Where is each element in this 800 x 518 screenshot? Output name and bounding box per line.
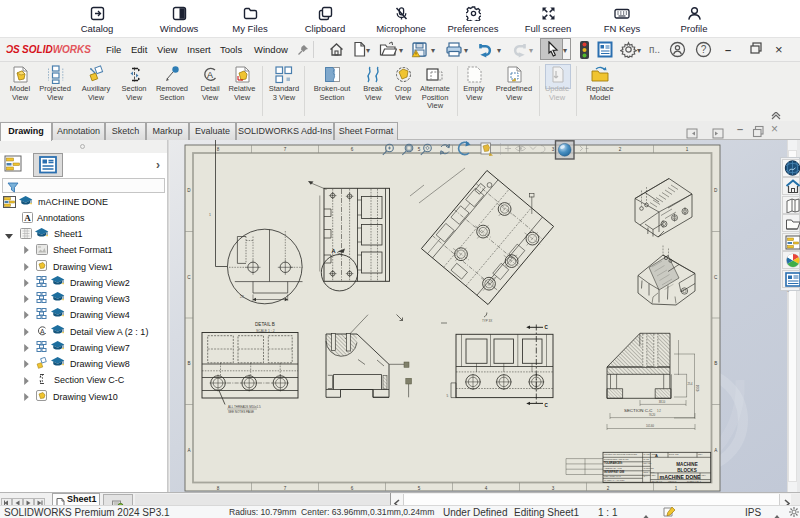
svg-text:8: 8	[217, 486, 220, 491]
svg-text:DATE: DATE	[644, 458, 650, 460]
svg-text:TYP 3X: TYP 3X	[482, 319, 492, 323]
svg-text:DRAWN: DRAWN	[644, 462, 652, 464]
svg-text:6: 6	[351, 486, 354, 491]
svg-text:DWG. NO.: DWG. NO.	[669, 453, 679, 455]
svg-text:38.10: 38.10	[659, 400, 666, 404]
svg-text:WEIGHT:: WEIGHT:	[668, 480, 677, 482]
svg-text:7: 7	[284, 486, 287, 491]
svg-text:2: 2	[607, 486, 610, 491]
svg-text:B: B	[714, 361, 717, 366]
svg-text:A: A	[332, 248, 336, 254]
svg-text:INTERPRET DIM: INTERPRET DIM	[604, 470, 624, 474]
svg-text:5: 5	[418, 486, 421, 491]
svg-text:SCALE 1 : 2: SCALE 1 : 2	[256, 329, 275, 333]
svg-text:76.20: 76.20	[649, 413, 656, 417]
svg-text:1: 1	[686, 147, 689, 152]
svg-text:Q.A.: Q.A.	[644, 475, 649, 477]
svg-text:SEE NOTES PAGE: SEE NOTES PAGE	[228, 410, 254, 414]
svg-text:ANGULAR: ±0.5: ANGULAR: ±0.5	[604, 467, 622, 470]
svg-text:1:2: 1:2	[657, 409, 661, 413]
svg-text:DIMENSIONS ARE IN MM: DIMENSIONS ARE IN MM	[604, 458, 629, 460]
svg-text:8: 8	[217, 147, 220, 152]
svg-text:1: 1	[209, 213, 211, 217]
svg-text:NAME: NAME	[644, 453, 651, 455]
svg-text:25.4: 25.4	[687, 382, 693, 386]
svg-text:UNLESS OTHERWISE SPECIFIED: UNLESS OTHERWISE SPECIFIED	[604, 453, 637, 455]
svg-text:1: 1	[675, 486, 678, 491]
svg-text:CHECKED: CHECKED	[644, 467, 655, 469]
svg-text:7: 7	[284, 147, 287, 152]
svg-text:MACHINE: MACHINE	[676, 462, 697, 467]
svg-text:SHEET 1 OF 1: SHEET 1 OF 1	[687, 480, 702, 482]
svg-text:mACHINE DONE: mACHINE DONE	[660, 474, 701, 480]
svg-text:ENG APPR.: ENG APPR.	[644, 471, 656, 473]
svg-text:REV: REV	[698, 453, 703, 455]
svg-text:A: A	[655, 453, 658, 458]
svg-text:3: 3	[552, 147, 555, 152]
svg-text:MATERIAL: AISI 1020: MATERIAL: AISI 1020	[604, 479, 625, 481]
svg-text:2: 2	[619, 147, 622, 152]
svg-text:5: 5	[418, 147, 421, 152]
svg-text:TOLERANCES:: TOLERANCES:	[604, 461, 623, 465]
svg-text:63.50: 63.50	[696, 384, 700, 391]
svg-text:3: 3	[552, 486, 555, 491]
svg-text:B: B	[187, 361, 190, 366]
svg-text:PER ASME Y14.5: PER ASME Y14.5	[604, 475, 621, 477]
svg-text:ALL THREADS M10x1.5: ALL THREADS M10x1.5	[228, 405, 261, 409]
svg-text:DETAIL B: DETAIL B	[255, 322, 275, 327]
svg-text:101.60: 101.60	[646, 424, 654, 428]
svg-text:?: ?	[701, 44, 707, 55]
svg-text:A: A	[207, 70, 213, 80]
svg-text:BLOCKS: BLOCKS	[677, 468, 696, 473]
svg-text:SECTION C-C: SECTION C-C	[624, 408, 653, 413]
svg-text:REV: REV	[702, 474, 707, 476]
svg-text:4: 4	[485, 486, 488, 491]
svg-text:SCALE: 1:1: SCALE: 1:1	[651, 480, 663, 482]
svg-text:6: 6	[351, 147, 354, 152]
